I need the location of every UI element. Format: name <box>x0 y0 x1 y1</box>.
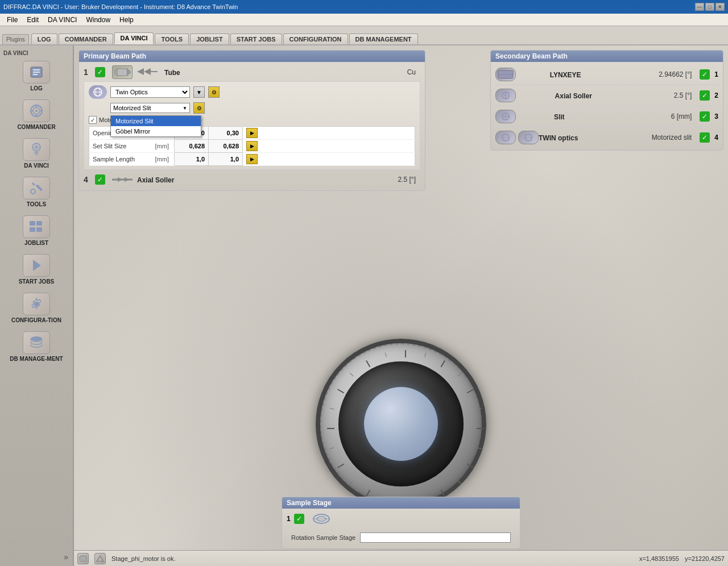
tab-da-vinci[interactable]: DA VINCI <box>114 32 154 44</box>
sidebar-item-tools[interactable]: TOOLS <box>2 173 71 211</box>
dropdown-option-motorized-slit[interactable]: Motorized Slit <box>111 116 201 126</box>
sidebar-item-joblist[interactable]: JOBLIST <box>2 212 71 249</box>
sample-length-unit: [mm] <box>152 153 175 166</box>
optics-select-row: Twin Optics ▼ ⚙ <box>89 85 415 99</box>
svg-marker-31 <box>137 68 144 75</box>
sample-length-row: Sample Length [mm] 1,0 1,0 ▶ <box>89 153 415 166</box>
sidebar-item-da-vinci[interactable]: DA VINCI <box>2 135 71 172</box>
secondary-slot1-label: LYNXEYE <box>550 71 659 79</box>
opening-value2: 0,30 <box>209 127 243 140</box>
tools-icon <box>23 177 50 199</box>
sidebar-item-configuration[interactable]: CONFIGURA-TION <box>2 289 71 327</box>
svg-rect-29 <box>117 69 127 76</box>
slit-size-value2: 0,628 <box>209 140 243 153</box>
svg-line-76 <box>385 353 386 357</box>
slit-size-edit-button[interactable]: ▶ <box>246 141 258 151</box>
window-controls[interactable]: — □ ✕ <box>695 3 725 11</box>
db-management-icon <box>23 331 50 354</box>
motorized-checkbox[interactable]: ✓ <box>89 116 97 124</box>
axial-soller-icon-sec <box>495 89 516 102</box>
secondary-beam-header: Secondary Beam Path <box>491 51 723 62</box>
sidebar-item-label-start-jobs: START JOBS <box>19 278 55 285</box>
sidebar-item-label-joblist: JOBLIST <box>24 240 48 246</box>
tab-log[interactable]: LOG <box>31 34 57 44</box>
secondary-slot3-value: 6 [mm] <box>671 113 692 120</box>
app-title: DIFFRAC.DA VINCI - User: Bruker Developm… <box>3 3 238 10</box>
sidebar-item-label-tools: TOOLS <box>27 201 46 207</box>
status-icon-1 <box>77 553 89 564</box>
svg-rect-24 <box>36 227 42 232</box>
opening-edit-button[interactable]: ▶ <box>246 128 258 138</box>
secondary-slot1-value: 2.94662 [°] <box>659 70 692 78</box>
goniometer-outer <box>316 339 486 509</box>
sample-stage-title: Sample Stage <box>287 499 332 507</box>
tab-joblist[interactable]: JOBLIST <box>190 34 229 44</box>
menu-file[interactable]: File <box>2 15 22 25</box>
tab-db-management[interactable]: DB MANAGEMENT <box>349 34 418 44</box>
sidebar-item-commander[interactable]: COMMANDER <box>2 96 71 134</box>
twin-optics-icon-sec2 <box>518 131 539 144</box>
motorized-slit-select[interactable]: Motorized Slit ▼ <box>110 103 190 113</box>
sidebar-item-label-commander: COMMANDER <box>17 124 55 130</box>
sample-slot1: 1 ✓ <box>287 512 515 526</box>
minimize-button[interactable]: — <box>695 3 704 11</box>
slit-size-label: Set Slit Size <box>89 140 152 153</box>
secondary-slot1-number: 1 <box>714 70 718 78</box>
secondary-slot2: Axial Soller 2.5 [°] ✓ 2 <box>495 85 718 106</box>
maximize-button[interactable]: □ <box>705 3 714 11</box>
svg-marker-25 <box>33 260 41 271</box>
tab-commander[interactable]: COMMANDER <box>59 34 113 44</box>
tab-configuration[interactable]: CONFIGURATION <box>283 34 348 44</box>
secondary-slot1: LYNXEYE 2.94662 [°] ✓ 1 <box>495 64 718 85</box>
slot1-number: 1 <box>84 68 95 77</box>
menu-help[interactable]: Help <box>115 15 138 25</box>
twin-optics-dropdown-container: Twin Optics <box>110 86 190 98</box>
tab-tools[interactable]: TOOLS <box>155 34 189 44</box>
menu-edit[interactable]: Edit <box>22 15 43 25</box>
primary-beam-title: Primary Beam Path <box>84 52 146 60</box>
twin-optics-select[interactable]: Twin Optics <box>110 86 190 98</box>
optics-settings-button[interactable]: ⚙ <box>208 86 220 98</box>
svg-line-74 <box>330 408 334 409</box>
rotation-stage-label: Rotation Sample Stage <box>291 534 355 541</box>
dropdown-option-gobel-mirror[interactable]: Göbel Mirror <box>111 126 201 136</box>
primary-beam-slot4: 4 ✓ Axial Soller 2.5 [°] <box>84 174 420 185</box>
secondary-beam-panel: Secondary Beam Path <box>490 50 723 151</box>
svg-line-63 <box>337 389 344 393</box>
motorized-slit-config-button[interactable]: ⚙ <box>193 102 205 114</box>
menu-da-vinci[interactable]: DA VINCI <box>43 15 81 25</box>
svg-point-20 <box>31 189 35 194</box>
sidebar-item-label-configuration: CONFIGURA-TION <box>11 317 61 323</box>
sidebar-item-label-db-management: DB MANAGE-MENT <box>10 356 63 362</box>
commander-icon <box>23 99 50 122</box>
sidebar-item-start-jobs[interactable]: START JOBS <box>2 251 71 288</box>
plugins-button[interactable]: Plugins <box>2 34 29 44</box>
svg-rect-80 <box>80 556 86 561</box>
tab-start-jobs[interactable]: START JOBS <box>230 34 282 44</box>
secondary-slot4-value: Motorized slit <box>652 134 692 142</box>
rotation-stage-input[interactable] <box>360 532 511 543</box>
menu-window[interactable]: Window <box>81 15 115 25</box>
svg-point-27 <box>31 336 42 341</box>
optics-config-button[interactable]: ▼ <box>193 86 205 98</box>
sample-length-edit-button[interactable]: ▶ <box>246 154 258 164</box>
svg-line-61 <box>337 464 344 468</box>
configuration-icon <box>23 293 50 315</box>
rotation-stage-row: Rotation Sample Stage <box>287 530 515 545</box>
sample-stage-header: Sample Stage <box>282 497 520 509</box>
svg-line-75 <box>350 373 353 376</box>
svg-rect-21 <box>30 221 35 226</box>
motorized-slit-dropdown-list: Motorized Slit Göbel Mirror <box>110 115 201 137</box>
sidebar-item-log[interactable]: LOG <box>2 57 71 95</box>
sidebar-item-db-management[interactable]: DB MANAGE-MENT <box>2 328 71 365</box>
close-button[interactable]: ✕ <box>715 3 725 11</box>
sidebar-expand-button[interactable]: » <box>2 550 71 564</box>
sidebar-item-label-log: LOG <box>30 85 43 91</box>
svg-marker-38 <box>118 177 122 182</box>
motorized-slit-selected-value: Motorized Slit <box>113 105 151 111</box>
slit-size-unit: [mm] <box>152 140 175 153</box>
svg-line-58 <box>441 490 445 496</box>
svg-line-65 <box>425 353 426 357</box>
primary-beam-panel: Primary Beam Path 1 ✓ <box>78 50 425 191</box>
tube-value: Cu <box>407 68 416 76</box>
